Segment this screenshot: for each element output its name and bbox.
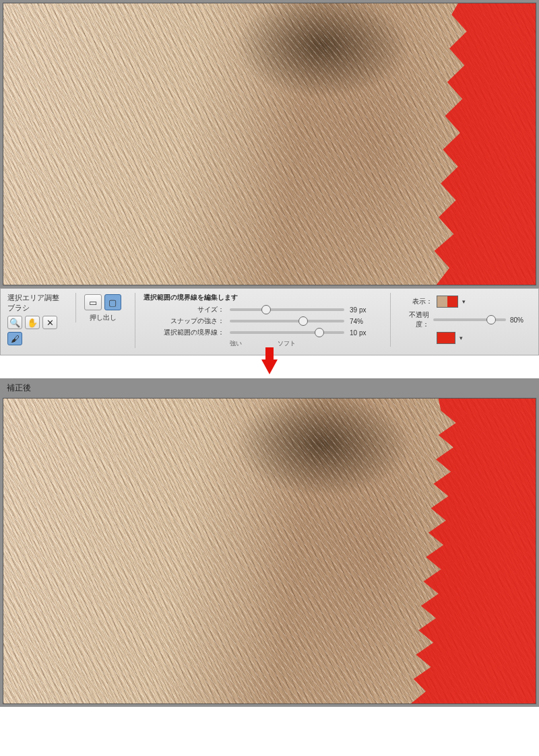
zoom-icon: 🔍 <box>9 318 20 328</box>
shuffle-icon: ✕ <box>46 318 54 328</box>
size-value: 39 px <box>350 306 377 314</box>
brush-tool[interactable]: 🖌 <box>7 332 22 345</box>
opacity-value: 80% <box>510 316 524 324</box>
snap-value: 74% <box>350 318 377 325</box>
after-canvas[interactable] <box>3 398 536 704</box>
mode-buttons: ▭ ▢ <box>84 294 121 310</box>
size-label: サイズ： <box>144 305 224 314</box>
opacity-slider[interactable] <box>433 318 506 321</box>
display-row: 表示： ▾ <box>399 296 524 308</box>
tools-section: 選択エリア調整ブラシ 🔍 ✋ ✕ 🖌 <box>7 293 70 345</box>
brush-icon: 🖌 <box>11 334 20 344</box>
rect-b-icon: ▢ <box>108 298 117 308</box>
opacity-thumb[interactable] <box>486 315 496 324</box>
opacity-label: 不透明度： <box>399 310 429 329</box>
edge-end-high: ソフト <box>278 339 296 348</box>
edge-end-labels: 強い ソフト <box>144 339 377 348</box>
size-thumb[interactable] <box>261 305 271 314</box>
tool-row-1: 🔍 ✋ ✕ <box>7 316 62 329</box>
size-slider[interactable] <box>230 308 344 311</box>
after-label: 補正後 <box>0 378 539 395</box>
edge-row: 選択範囲の境界線： 10 px <box>144 328 377 337</box>
sliders-section: 選択範囲の境界線を編集します サイズ： 39 px スナップの強さ： 74% 選… <box>135 293 385 348</box>
mode-a-button[interactable]: ▭ <box>84 294 102 310</box>
snap-row: スナップの強さ： 74% <box>144 316 377 326</box>
after-frame <box>0 395 539 707</box>
snap-thumb[interactable] <box>298 316 308 326</box>
display-dropdown-icon[interactable]: ▾ <box>462 298 466 305</box>
before-canvas[interactable] <box>3 3 536 285</box>
hand-tool[interactable]: ✋ <box>25 316 40 329</box>
color-dropdown-icon[interactable]: ▾ <box>459 335 463 341</box>
edge-thumb[interactable] <box>315 328 324 337</box>
edge-end-low: 強い <box>230 339 242 348</box>
rect-a-icon: ▭ <box>89 298 97 308</box>
before-frame <box>0 0 539 288</box>
mask-color-swatch[interactable] <box>437 332 455 344</box>
brush-options-panel: 選択エリア調整ブラシ 🔍 ✋ ✕ 🖌 ▭ ▢ 押し出し 選択範囲の境界線を編集し… <box>0 288 539 355</box>
display-label: 表示： <box>399 297 433 306</box>
down-arrow-icon <box>261 359 278 374</box>
display-section: 表示： ▾ 不透明度： 80% ▾ <box>390 293 532 347</box>
panel-title: 選択エリア調整ブラシ <box>7 293 62 313</box>
snap-label: スナップの強さ： <box>144 316 224 326</box>
sliders-heading: 選択範囲の境界線を編集します <box>144 293 377 302</box>
tool-row-2: 🖌 <box>7 332 62 345</box>
size-row: サイズ： 39 px <box>144 305 377 314</box>
edge-label: 選択範囲の境界線： <box>144 328 224 337</box>
shuffle-tool[interactable]: ✕ <box>42 316 57 329</box>
mode-label: 押し出し <box>84 313 121 322</box>
hand-icon: ✋ <box>27 318 38 328</box>
mode-b-button[interactable]: ▢ <box>104 294 122 310</box>
mode-section: ▭ ▢ 押し出し <box>75 293 129 322</box>
arrow-separator <box>0 355 539 378</box>
snap-slider[interactable] <box>230 320 344 322</box>
display-thumb[interactable] <box>437 296 458 308</box>
opacity-row: 不透明度： 80% <box>399 310 524 329</box>
edge-value: 10 px <box>350 329 377 337</box>
edge-slider[interactable] <box>230 331 344 334</box>
color-row: ▾ <box>399 332 524 344</box>
zoom-tool[interactable]: 🔍 <box>7 316 22 329</box>
